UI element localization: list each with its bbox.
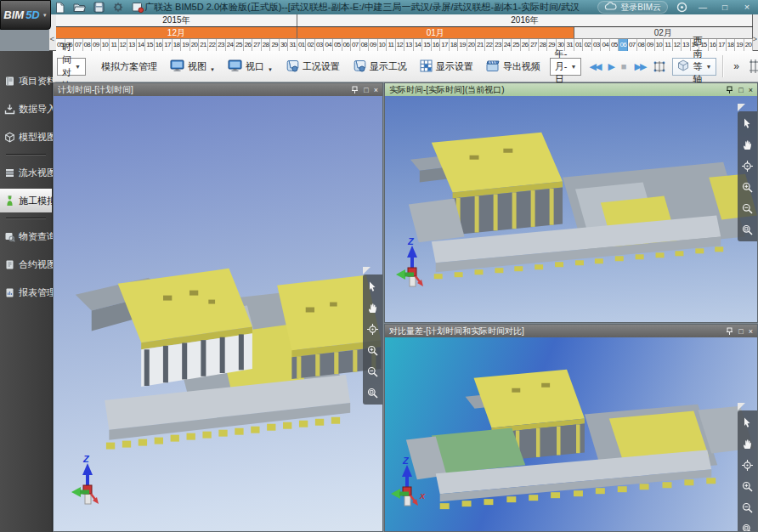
timeline-day-cell[interactable]: 18	[450, 39, 459, 51]
timeline-month-cell[interactable]: 02月	[574, 27, 753, 38]
viewport-plan-time[interactable]: Z	[54, 96, 382, 531]
orbit-tool-button[interactable]	[741, 160, 754, 173]
timeline-day-cell[interactable]: 19	[181, 39, 190, 51]
pin-icon[interactable]	[726, 327, 733, 336]
pan-tool-button[interactable]	[366, 302, 379, 314]
timeline-day-cell[interactable]: 05	[610, 39, 619, 51]
about-ring-icon[interactable]	[676, 2, 687, 13]
close-button[interactable]: ×	[740, 1, 754, 14]
timeline-scroll-left[interactable]: <	[49, 35, 55, 43]
timeline-day-cell[interactable]: 13	[682, 39, 691, 51]
fast-forward-button[interactable]: ▶▶	[635, 61, 646, 72]
maximize-button[interactable]: □	[718, 1, 732, 14]
timeline-day-cell[interactable]: 02	[306, 39, 315, 51]
timeline-day-cell[interactable]: 03	[315, 39, 325, 51]
timeline-day-cell[interactable]: 25	[235, 39, 244, 51]
show-condition-button[interactable]: 显示工况	[349, 58, 410, 76]
timeline-day-cell[interactable]: 16	[709, 39, 718, 51]
minimize-button[interactable]: —	[696, 1, 710, 14]
timeline-day-cell[interactable]: 12	[119, 39, 128, 51]
maximize-icon[interactable]: □	[738, 86, 743, 94]
timeline-day-cell[interactable]: 26	[244, 39, 253, 51]
timeline-day-cell[interactable]: 01	[297, 39, 307, 51]
timeline-day-cell[interactable]: 14	[137, 39, 146, 51]
condition-setting-button[interactable]: 工况设置	[282, 58, 343, 76]
timeline-day-cell[interactable]: 08	[637, 39, 647, 51]
panel-header[interactable]: 实际时间-[实际时间](当前视口) □ ×	[385, 83, 757, 96]
timeline-day-cell[interactable]: 30	[280, 39, 289, 51]
timeline-day-cell[interactable]: 09	[646, 39, 655, 51]
sidebar-item-material-query[interactable]: 物资查询	[0, 224, 52, 248]
timeline-day-cell[interactable]: 15	[422, 39, 432, 51]
timeline-day-cell[interactable]: 15	[145, 39, 155, 51]
select-tool-button[interactable]	[741, 416, 754, 429]
timeline-scroll-right[interactable]: >	[752, 35, 758, 43]
date-format-dropdown[interactable]: 年-月-日 ▼	[550, 58, 582, 76]
sidebar-item-data-import[interactable]: 数据导入	[0, 97, 52, 121]
timeline-day-cell[interactable]: 04	[601, 39, 610, 51]
maximize-icon[interactable]: □	[738, 327, 743, 336]
timeline-day-cell[interactable]: 05	[333, 39, 342, 51]
viewport-comparison[interactable]: Z X	[385, 337, 757, 531]
frame-grid-icon[interactable]	[653, 60, 666, 73]
timeline-day-cell[interactable]: 23	[217, 39, 226, 51]
timeline-day-cell[interactable]: 13	[404, 39, 414, 51]
sidebar-item-model-view[interactable]: 模型视图	[0, 125, 52, 149]
timeline-day-cell[interactable]: 19	[458, 39, 467, 51]
sidebar-item-contract-view[interactable]: 合约视图	[0, 252, 52, 276]
timeline-day-cell[interactable]: 20	[467, 39, 477, 51]
timeline-day-cell[interactable]: 07	[351, 39, 360, 51]
maximize-icon[interactable]: □	[364, 86, 368, 94]
bim5d-logo[interactable]: BIM 5D ▼	[0, 0, 51, 30]
timeline-day-cell[interactable]: 02	[583, 39, 592, 51]
timeline-day-cell[interactable]: 11	[664, 39, 673, 51]
new-file-icon[interactable]	[54, 2, 65, 14]
close-icon[interactable]: ×	[374, 86, 378, 94]
timeline-day-cell[interactable]: 08	[83, 39, 93, 51]
timeline-day-cell[interactable]: 12	[396, 39, 405, 51]
scheme-manage-button[interactable]: 模拟方案管理	[98, 59, 161, 75]
collapse-handle-icon[interactable]	[738, 104, 745, 111]
timeline-month-cell[interactable]: 12月	[56, 27, 297, 38]
timeline-day-cell[interactable]: 19	[735, 39, 744, 51]
zoom-window-tool-button[interactable]	[366, 387, 379, 399]
pin-icon[interactable]	[726, 86, 733, 94]
zoom-window-tool-button[interactable]	[741, 224, 754, 236]
timeline-day-cell[interactable]: 25	[512, 39, 521, 51]
sidebar-item-construction-sim[interactable]: 施工模拟	[0, 189, 52, 212]
display-setting-button[interactable]: 显示设置	[416, 58, 477, 76]
timeline-day-cell[interactable]: 13	[127, 39, 137, 51]
simulation-mode-dropdown[interactable]: 时间对比 ▼	[57, 58, 86, 76]
timeline-day-cell[interactable]: 06	[619, 39, 628, 51]
timeline-day-cell[interactable]: 06	[342, 39, 352, 51]
timeline-month-cell[interactable]: 01月	[297, 27, 574, 38]
timeline-day-cell[interactable]: 27	[529, 39, 539, 51]
timeline-day-cell[interactable]: 24	[226, 39, 235, 51]
timeline-day-cell[interactable]: 18	[173, 39, 182, 51]
pan-tool-button[interactable]	[741, 139, 754, 151]
timeline-day-cell[interactable]: 16	[432, 39, 441, 51]
timeline-day-cell[interactable]: 04	[324, 39, 333, 51]
axis-grid-icon[interactable]	[748, 58, 758, 75]
timeline-day-cell[interactable]: 28	[262, 39, 271, 51]
zoom-out-tool-button[interactable]	[366, 365, 379, 378]
sidebar-item-flow-view[interactable]: 流水视图	[0, 161, 52, 184]
timeline-day-cell[interactable]: 26	[521, 39, 530, 51]
view-orientation-dropdown[interactable]: 西南等轴测 ▼	[672, 58, 716, 76]
message-badge-icon[interactable]	[132, 2, 144, 13]
simulation-timeline[interactable]: < > 2015年2016年 12月01月02月 050607080910111…	[49, 14, 758, 51]
timeline-day-cell[interactable]: 24	[503, 39, 512, 51]
timeline-day-cell[interactable]: 27	[252, 39, 262, 51]
timeline-day-cell[interactable]: 07	[74, 39, 83, 51]
settings-gear-icon[interactable]	[112, 2, 124, 13]
timeline-day-cell[interactable]: 09	[92, 39, 101, 51]
timeline-day-cell[interactable]: 10	[378, 39, 387, 51]
timeline-day-cell[interactable]: 03	[592, 39, 602, 51]
timeline-day-cell[interactable]: 17	[717, 39, 727, 51]
play-button[interactable]: ▶	[608, 61, 613, 72]
stop-button[interactable]: ■	[621, 61, 627, 71]
orbit-tool-button[interactable]	[366, 323, 379, 336]
timeline-day-cell[interactable]: 10	[655, 39, 665, 51]
rewind-button[interactable]: ◀◀	[589, 61, 600, 72]
panel-header[interactable]: 对比量差-[计划时间和实际时间对比] □ ×	[385, 325, 757, 337]
